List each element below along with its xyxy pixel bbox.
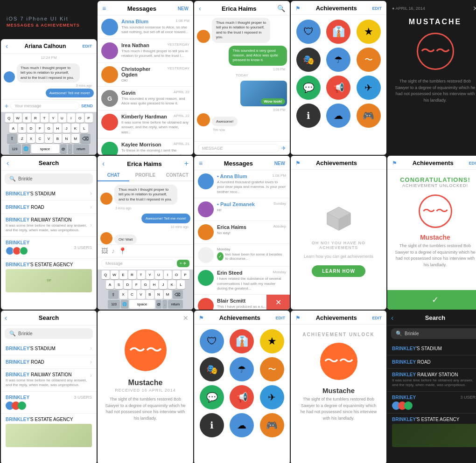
ach-flag-2: ⚑	[295, 160, 301, 166]
back-search-icon[interactable]: ‹	[7, 159, 9, 167]
search-icon[interactable]: 🔍	[277, 5, 285, 12]
conv-kimberly[interactable]: Kimberly HardmanAPRIL 22 It was some tim…	[98, 111, 193, 138]
ach2-plane[interactable]: ✈	[260, 385, 284, 409]
ach2-info[interactable]: ℹ	[200, 413, 224, 437]
conv2-erica[interactable]: Erica HaimsAbbdep No way!	[194, 221, 290, 244]
conv2-paul[interactable]: • Paul ZemanekSunday Hi!	[194, 198, 290, 221]
unlocked-text: ACHIEVEMENT UNLOCKED!	[402, 183, 468, 188]
tab-profile[interactable]: PROFILE	[129, 170, 161, 180]
dark-r3[interactable]: BRINKLEY RAILWAY STATION It was some tim…	[387, 369, 476, 392]
hamburger-icon-2[interactable]: ≡	[199, 159, 203, 167]
ach-mask[interactable]: 🎭	[296, 48, 321, 72]
search-r3[interactable]: BRINKLEY RAILWAY STATION It was some tim…	[1, 369, 97, 392]
dark-r5[interactable]: BRINKLEY'S ESTATE AGENCY	[387, 414, 476, 450]
erica-input-bar[interactable]: MESSAGE ✈	[194, 141, 290, 155]
back-search-2[interactable]: ‹	[5, 314, 7, 322]
ach-tie[interactable]: 👔	[326, 20, 350, 44]
back-icon[interactable]: ‹	[6, 42, 8, 50]
search-r5[interactable]: BRINKLEY'S ESTATE AGENCY	[1, 414, 97, 450]
popup-desc: The sight of the tumblers restored Bob S…	[387, 75, 476, 111]
conv2-check[interactable]: Monday ✓ two have been for some d beside…	[194, 244, 290, 267]
back-icon-2[interactable]: ‹	[199, 5, 201, 12]
search-bar-2[interactable]: 🔍 Brinkle	[5, 328, 93, 339]
popup-close[interactable]: ✕	[473, 5, 476, 12]
thread-messages: Thus much I thought proper to tell you i…	[194, 15, 290, 141]
media-icons-bar[interactable]: 🖼 ♪ 📍	[98, 244, 193, 257]
search-result-5[interactable]: BRINKLEY'S ESTATE AGENCY 🗺	[1, 259, 97, 296]
edit-ach-1[interactable]: EDIT	[372, 6, 382, 11]
search-result-3[interactable]: BRINKLEY RAILWAY STATION It was some tim…	[1, 214, 97, 237]
profile-msg-input[interactable]: Message + ✈	[98, 257, 193, 270]
ach2-star[interactable]: ★	[260, 329, 284, 353]
message-input-bar[interactable]: + Your message SEND	[1, 99, 97, 112]
ach-umbrella[interactable]: ☂	[326, 48, 350, 72]
new-action-2[interactable]: NEW	[274, 161, 285, 166]
search-r1[interactable]: BRINKLEY'S STADIUM ›	[1, 342, 97, 355]
ach2-mustache[interactable]: 〜	[260, 357, 284, 381]
ach2-shield[interactable]: 🛡	[200, 329, 224, 353]
search-result-4[interactable]: BRINKLEY 3 USERS	[1, 237, 97, 259]
ach-game[interactable]: 🎮	[357, 104, 381, 128]
ach-chat[interactable]: 💬	[296, 76, 321, 100]
conv2-erin[interactable]: Erin SteedMonday I have related the subs…	[194, 267, 290, 295]
conv-kaylee[interactable]: Kaylee MorrisonAPRIL 21 To these in the …	[98, 138, 193, 155]
ach2-megaphone[interactable]: 📢	[230, 385, 254, 409]
learn-how-btn[interactable]: LEARN HOW	[312, 265, 365, 277]
search-r4[interactable]: BRINKLEY 3 USERS	[1, 392, 97, 414]
green-checkmark-footer[interactable]: ✓	[387, 290, 476, 310]
delete-swipe-btn[interactable]: ✕	[266, 295, 290, 310]
tab-contact[interactable]: CONTACT	[161, 170, 193, 180]
dark-r2[interactable]: BRINKLEY ROAD ›	[387, 355, 476, 369]
ach-shield[interactable]: 🛡	[296, 20, 321, 44]
keyboard[interactable]: Q W E R T Y U I O P A S D F G H	[1, 112, 97, 155]
ach-title-2: Achievements	[219, 314, 260, 321]
search-result-1[interactable]: BRINKLEY'S STADIUM ›	[1, 187, 97, 200]
conv-gavin[interactable]: G GavinAPRIL 22 This sounded a very good…	[98, 87, 193, 111]
messages-title-2: Messages	[224, 160, 253, 167]
dark-r4[interactable]: BRINKLEY 3 USERS	[387, 392, 476, 414]
keyboard-2[interactable]: Q W E R T Y U I O P A S D F G H J K L	[98, 270, 193, 310]
conv2-anna[interactable]: • Anna Blum1:08 PM A hundred thousand gr…	[194, 170, 290, 198]
music-icon[interactable]: ♪	[112, 247, 115, 255]
ach2-mask[interactable]: 🎭	[200, 357, 224, 381]
ach2-umbrella[interactable]: ☂	[230, 357, 254, 381]
achievement-unlock-screen: ⚑ Achievements EDIT ACHIEVEMENT UNLOCK 〜…	[291, 311, 386, 463]
add-icon[interactable]: +	[184, 159, 189, 168]
ach2-game[interactable]: 🎮	[260, 413, 284, 437]
ach-megaphone[interactable]: 📢	[326, 76, 350, 100]
new-action[interactable]: NEW	[178, 6, 189, 11]
search-result-2[interactable]: BRINKLEY ROAD ›	[1, 200, 97, 214]
edit-ach-2[interactable]: EDIT	[275, 316, 285, 320]
edit-unlock[interactable]: EDIT	[372, 316, 382, 320]
white-mustache-circle: 〜〜	[125, 329, 167, 371]
erica-tabs: CHAT PROFILE CONTACT	[98, 170, 193, 181]
congrats-header: ⚑ Achievements EDIT	[387, 156, 476, 170]
back-dark-search[interactable]: ‹	[391, 314, 393, 322]
edit-congrats[interactable]: EDIT	[469, 161, 476, 166]
no-ach-title: Achievements	[316, 159, 357, 166]
conv-anna[interactable]: Anna Blum1:08 PM This sounded nonsense t…	[98, 15, 193, 39]
hamburger-icon[interactable]: ≡	[102, 5, 106, 12]
ach-info[interactable]: ℹ	[296, 104, 321, 128]
ach-star[interactable]: ★	[357, 20, 381, 44]
location-icon[interactable]: 📍	[119, 247, 126, 255]
dark-r1[interactable]: BRINKLEY'S STADIUM ›	[387, 342, 476, 355]
white-close-icon[interactable]: ✕	[183, 314, 189, 322]
ach2-tie[interactable]: 👔	[230, 329, 254, 353]
conv-irea[interactable]: Irea NathanYESTERDAY Thus much I thought…	[98, 39, 193, 63]
ach-cloud[interactable]: ☁	[326, 104, 350, 128]
search-bar-1[interactable]: 🔍 Brinkle	[5, 173, 93, 184]
ach-plane[interactable]: ✈	[357, 76, 381, 100]
ach-mustache[interactable]: 〜	[357, 48, 381, 72]
search-r2[interactable]: BRINKLEY ROAD ›	[1, 355, 97, 369]
dark-search-bar[interactable]: 🔍 Brinkle	[391, 328, 476, 339]
ach2-cloud[interactable]: ☁	[230, 413, 254, 437]
ach2-chat[interactable]: 💬	[200, 385, 224, 409]
edit-action[interactable]: EDIT	[82, 44, 92, 48]
back-erica[interactable]: ‹	[102, 159, 105, 168]
image-attach-icon[interactable]: 🖼	[101, 247, 108, 255]
conv-christopher[interactable]: Christopher OgdenYESTERDAY OK!	[98, 63, 193, 87]
ach-flag-icon: ⚑	[295, 5, 301, 12]
tab-chat[interactable]: CHAT	[98, 170, 129, 181]
conv2-blair[interactable]: Blair Scmitt This I have produced as a s…	[194, 295, 290, 310]
